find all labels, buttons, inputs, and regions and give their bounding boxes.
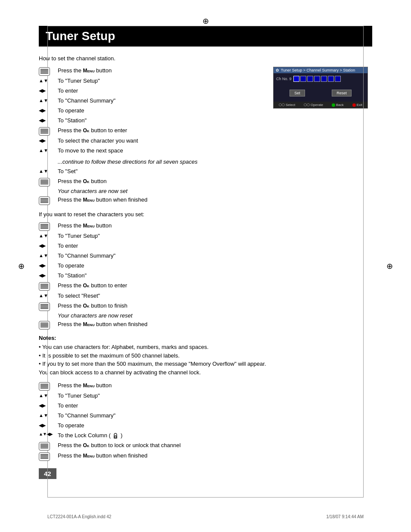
menu-btn-icon-9 (39, 382, 50, 391)
step-text-ok-2: Press the Ok button to enter (58, 282, 372, 289)
step-menu-finished-1: Press the Menu button when finished (39, 196, 372, 205)
reg-mark-right: ⊕ (386, 261, 393, 271)
step-text-toset: To "Set" (58, 168, 372, 175)
step-text-menu-3: Press the Menu button (58, 382, 372, 389)
menu-icon-6 (39, 282, 58, 291)
menu-btn-icon-4 (39, 196, 50, 205)
char-box-6 (328, 76, 334, 82)
footer-exit-label: Exit (357, 103, 362, 107)
chars-now-set-note: Your characters are now set (58, 188, 372, 194)
step-ok-enter-2: Press the Ok button to enter (39, 282, 372, 291)
step-text-tuner-1: To "Tuner Setup" (58, 77, 265, 85)
step-station-1: To "Station" (39, 117, 265, 125)
reg-mark-left: ⊕ (18, 261, 25, 271)
notes-title: Notes: (39, 335, 372, 341)
step-tuner-setup-1: To "Tuner Setup" (39, 77, 265, 86)
arrow-ud-lr-icon: ▲▼◀▶ (39, 432, 58, 436)
step-ok-btn-1: Press the Ok button (39, 177, 372, 187)
arrow-ud-icon-8 (39, 392, 58, 398)
menu-icon-10 (39, 442, 58, 451)
char-box-4 (314, 76, 320, 82)
step-next-space: To move to the next space (39, 147, 265, 156)
footer-back: Back (332, 103, 344, 107)
step-text-1: Press the Menu button (58, 67, 265, 75)
notes-section: Notes: You can use characters for: Alpha… (39, 335, 372, 376)
step-enter-2: To enter (39, 242, 372, 251)
char-box-7 (335, 76, 341, 82)
chars-now-reset-note: Your characters are now reset (58, 312, 372, 319)
arrow-ud-icon-7 (39, 292, 58, 298)
step-text-menufinish-3: Press the Menu button when finished (58, 452, 372, 460)
step-press-menu-1: Press the Menu button (39, 67, 265, 76)
lock-icon (113, 433, 118, 439)
footer-select-arrows: ⬡⬡ (279, 103, 285, 107)
arrow-ud-icon-3 (39, 147, 58, 153)
arrow-lr-icon-7 (39, 272, 58, 278)
step-ok-finish: Press the Ok button to finish (39, 302, 372, 311)
step-text-enter-1: To enter (58, 87, 265, 95)
menu-btn-icon-10 (39, 442, 50, 451)
back-dot (332, 103, 335, 107)
reg-mark-top: ⊕ (202, 16, 209, 26)
menu-btn-icon-6 (39, 282, 50, 291)
section1-layout: Press the Menu button To "Tuner Setup" T… (39, 67, 372, 157)
menu-icon-11 (39, 452, 58, 461)
step-operate-2: To operate (39, 262, 372, 271)
step-ch-summary-2: To "Channel Summary" (39, 252, 372, 261)
step-text-menufinish-2: Press the Menu button when finished (58, 320, 372, 328)
arrow-lr-icon-3 (39, 117, 58, 123)
menu-icon-3 (39, 177, 58, 187)
set-button: Set (290, 90, 305, 96)
footer-right-text: 1/18/07 9:14:44 AM (326, 514, 364, 519)
step-text-station-2: To "Station" (58, 272, 372, 280)
ellipsis-note: ...continue to follow these directions f… (58, 159, 372, 165)
arrow-lr-icon-4 (39, 137, 58, 143)
step-text-lockcolumn: To the Lock Column ( ) (58, 432, 372, 439)
screenshot-panel: ✿ Tuner Setup > Channel Summary > Statio… (273, 67, 372, 157)
step-text-ok-1: Press the Ok button to enter (58, 127, 265, 134)
menu-icon-7 (39, 302, 58, 311)
screenshot-titlebar: ✿ Tuner Setup > Channel Summary > Statio… (274, 67, 367, 73)
reset-intro-text: If you want to reset the characters you … (39, 211, 372, 218)
arrow-ud-icon-5 (39, 232, 58, 238)
border-top (47, 26, 364, 26)
step-text-operate-2: To operate (58, 262, 372, 270)
main-content: Tuner Setup How to set the channel stati… (34, 26, 377, 479)
footer-back-label: Back (336, 103, 344, 107)
footer-select: ⬡⬡ Select (279, 103, 295, 107)
step-text-selreset: To select "Reset" (58, 292, 372, 300)
step-text-okbtn-1: Press the Ok button (58, 177, 372, 185)
menu-icon-1 (39, 67, 58, 76)
step-text-operate-1: To operate (58, 107, 265, 115)
arrow-lr-icon-6 (39, 262, 58, 268)
footer-left-text: LCT2224-001A-A English.indd 42 (47, 514, 111, 519)
step-menu-finished-2: Press the Menu button when finished (39, 320, 372, 330)
notes-extra: You can block access to a channel by act… (39, 368, 372, 377)
step-text-nextsp: To move to the next space (58, 147, 265, 155)
svg-rect-1 (115, 436, 116, 438)
step-operate-3: To operate (39, 422, 372, 430)
step-ok-lock-unlock: Press the Ok button to lock or unlock th… (39, 442, 372, 451)
step-select-char: To select the character you want (39, 137, 265, 146)
footer-exit: Exit (352, 103, 362, 107)
step-text-menufinish-1: Press the Menu button when finished (58, 196, 372, 204)
arrow-lr-icon-2 (39, 107, 58, 113)
step-text-selchar: To select the character you want (58, 137, 265, 145)
step-ch-summary-3: To "Channel Summary" (39, 412, 372, 420)
arrow-ud-icon-6 (39, 252, 58, 258)
step-to-set: To "Set" (39, 168, 372, 176)
step-tuner-setup-3: To "Tuner Setup" (39, 392, 372, 401)
menu-icon-9 (39, 382, 58, 391)
step-enter-1: To enter (39, 87, 265, 96)
step-press-menu-2: Press the Menu button (39, 222, 372, 231)
arrow-lr-icon-1 (39, 87, 58, 93)
tuner-icon: ✿ (276, 68, 279, 72)
step-ok-enter-1: Press the Ok button to enter (39, 127, 265, 136)
menu-btn-icon-7 (39, 302, 50, 311)
arrow-ud-icon-9 (39, 412, 58, 418)
border-bottom (47, 497, 364, 498)
screenshot-ch-row: Ch No. 9 (276, 76, 365, 82)
menu-icon-4 (39, 196, 58, 205)
step-text-tuner-2: To "Tuner Setup" (58, 232, 372, 240)
step-text-lockunlock: Press the Ok button to lock or unlock th… (58, 442, 372, 449)
